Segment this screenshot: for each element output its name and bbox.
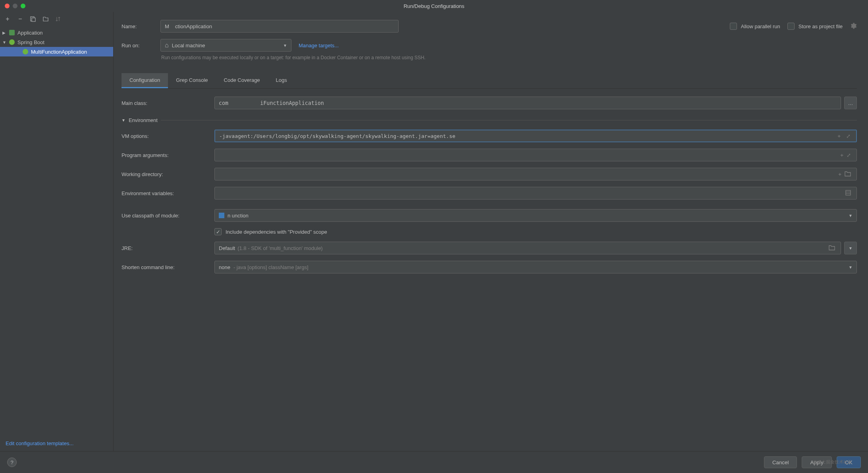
insert-macro-icon[interactable]: +: [836, 133, 842, 139]
maximize-window-button[interactable]: [21, 4, 25, 8]
chevron-down-icon: ▼: [849, 213, 853, 218]
titlebar: Run/Debug Configurations: [0, 0, 868, 12]
gear-icon[interactable]: [850, 22, 857, 31]
tree-label: Spring Boot: [17, 39, 44, 45]
tree-label: Application: [17, 30, 43, 36]
env-vars-input[interactable]: [214, 187, 857, 200]
env-vars-label: Environment variables:: [122, 190, 209, 196]
jre-dropdown-button[interactable]: ▼: [844, 242, 857, 254]
classpath-label: Use classpath of module:: [122, 213, 209, 219]
env-vars-row: Environment variables:: [122, 187, 857, 200]
configuration-form: Main class: … ▼ Environment VM options:: [122, 89, 857, 280]
remove-config-button[interactable]: −: [17, 16, 24, 23]
jre-label: JRE:: [122, 245, 209, 251]
run-on-dropdown[interactable]: Local machine ▼: [160, 39, 291, 52]
tree-node-spring-boot[interactable]: ▼ Spring Boot: [0, 37, 113, 47]
tree-label: MultiFunctionApplication: [31, 49, 87, 55]
help-button[interactable]: ?: [7, 457, 17, 467]
close-window-button[interactable]: [5, 4, 10, 8]
expand-field-icon[interactable]: ⤢: [845, 133, 852, 139]
tab-code-coverage[interactable]: Code Coverage: [216, 73, 268, 88]
include-deps-checkbox[interactable]: Include dependencies with "Provided" sco…: [214, 228, 327, 235]
run-on-value: Local machine: [172, 43, 205, 48]
tab-logs[interactable]: Logs: [268, 73, 295, 88]
copy-config-button[interactable]: [29, 16, 37, 23]
classpath-dropdown[interactable]: n unction ▼: [214, 209, 857, 222]
vm-options-input[interactable]: -javaagent:/Users/longbig/opt/skywalking…: [214, 130, 857, 142]
run-on-hint: Run configurations may be executed local…: [161, 54, 857, 61]
include-deps-label: Include dependencies with "Provided" sco…: [226, 229, 327, 235]
checkbox-icon: [730, 23, 737, 30]
sort-config-button[interactable]: [55, 16, 62, 23]
checkbox-icon: [787, 23, 795, 30]
module-icon: [219, 213, 224, 218]
svg-rect-1: [32, 18, 35, 21]
tree-node-multifunctionapplication[interactable]: MultiFunctionApplication: [0, 47, 113, 56]
save-config-button[interactable]: [42, 16, 49, 23]
shorten-row: Shorten command line: none - java [optio…: [122, 261, 857, 273]
program-args-row: Program arguments: + ⤢: [122, 149, 857, 161]
main-area: + − ▶ Application ▼: [0, 12, 868, 451]
spring-boot-icon: [9, 39, 15, 45]
sort-icon: [55, 16, 62, 22]
insert-macro-icon[interactable]: +: [837, 171, 843, 177]
divider: [161, 120, 857, 120]
main-class-label: Main class:: [122, 100, 209, 106]
sidebar: + − ▶ Application ▼: [0, 12, 114, 451]
edit-templates-link[interactable]: Edit configuration templates...: [6, 440, 73, 446]
insert-macro-icon[interactable]: +: [839, 152, 845, 158]
classpath-row: Use classpath of module: n unction ▼: [122, 209, 857, 222]
window: Run/Debug Configurations + − ▶: [0, 0, 868, 473]
name-input[interactable]: [160, 20, 399, 33]
main-class-input[interactable]: [214, 97, 841, 109]
store-as-project-checkbox[interactable]: Store as project file: [787, 23, 843, 30]
sidebar-toolbar: + −: [0, 12, 113, 26]
browse-folder-icon[interactable]: [827, 245, 837, 252]
vm-options-row: VM options: -javaagent:/Users/longbig/op…: [122, 130, 857, 142]
window-title: Run/Debug Configurations: [403, 3, 464, 9]
collapse-arrow-icon: ▼: [122, 118, 125, 122]
program-args-input[interactable]: + ⤢: [214, 149, 857, 161]
include-deps-row: Include dependencies with "Provided" sco…: [122, 228, 857, 235]
working-dir-row: Working directory: +: [122, 168, 857, 180]
tab-configuration[interactable]: Configuration: [122, 73, 168, 88]
cancel-button[interactable]: Cancel: [764, 456, 797, 468]
environment-section-header[interactable]: ▼ Environment: [122, 117, 857, 123]
name-row: Name: Allow parallel run Store as projec…: [122, 20, 857, 33]
edit-env-vars-icon[interactable]: [844, 190, 853, 197]
allow-parallel-checkbox[interactable]: Allow parallel run: [730, 23, 780, 30]
jre-row: JRE: Default (1.8 - SDK of 'multi_functi…: [122, 242, 857, 254]
environment-section-label: Environment: [129, 117, 158, 123]
home-icon: [165, 42, 169, 49]
checkbox-checked-icon: [214, 228, 222, 235]
browse-class-button[interactable]: …: [844, 97, 857, 109]
tree-node-application[interactable]: ▶ Application: [0, 28, 113, 37]
content-panel: Name: Allow parallel run Store as projec…: [114, 12, 868, 451]
classpath-value: n unction: [228, 213, 249, 219]
application-icon: [9, 29, 15, 36]
browse-folder-icon[interactable]: [843, 171, 853, 178]
run-on-row: Run on: Local machine ▼ Manage targets..…: [122, 39, 857, 52]
main-class-row: Main class: …: [122, 97, 857, 109]
chevron-down-icon: ▼: [849, 265, 853, 269]
working-dir-input[interactable]: +: [214, 168, 857, 180]
shorten-dropdown[interactable]: none - java [options] className [args] ▼: [214, 261, 857, 273]
allow-parallel-label: Allow parallel run: [741, 23, 780, 29]
manage-targets-link[interactable]: Manage targets...: [299, 43, 339, 48]
sidebar-footer: Edit configuration templates...: [0, 436, 113, 451]
name-label: Name:: [122, 23, 153, 29]
collapse-arrow-icon: ▼: [2, 40, 6, 45]
minimize-window-button[interactable]: [13, 4, 17, 8]
add-config-button[interactable]: +: [4, 16, 11, 23]
traffic-lights: [0, 4, 25, 8]
svg-rect-2: [846, 190, 851, 195]
watermark: @稀土掘金技术社区: [813, 459, 852, 465]
spring-boot-icon: [22, 48, 29, 55]
working-dir-label: Working directory:: [122, 171, 209, 177]
chevron-down-icon: ▼: [283, 43, 287, 48]
tab-grep-console[interactable]: Grep Console: [168, 73, 216, 88]
jre-input[interactable]: Default (1.8 - SDK of 'multi_function' m…: [214, 242, 841, 254]
vm-options-label: VM options:: [122, 133, 209, 139]
expand-field-icon[interactable]: ⤢: [845, 152, 853, 158]
tabs: Configuration Grep Console Code Coverage…: [122, 73, 857, 89]
